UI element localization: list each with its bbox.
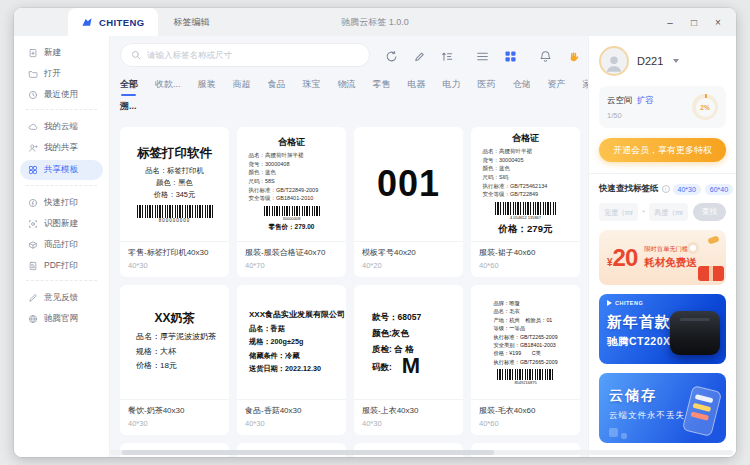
- template-card[interactable]: 品牌：唯璇 品名：毛衣 产地：杭州 检验员：01 等级：一等品 执行标准：GB/…: [471, 285, 580, 435]
- titlebar: 驰腾云标签 1.0.0 CHITENG 标签编辑 – □ ×: [14, 8, 736, 36]
- avatar: [599, 46, 629, 76]
- tab-jewelry[interactable]: 珠宝: [303, 78, 321, 96]
- template-card[interactable]: 款号：68057 颜色:灰色 质检: 合 格 码数: M 服装-上衣40x30 …: [354, 285, 463, 435]
- label-preview: XXX食品实业发展有限公司 品名：香菇 规格：200g±25g 储藏条件：冷藏 …: [237, 285, 346, 399]
- maximize-button[interactable]: □: [682, 12, 706, 32]
- label-line: 价格：¥199 C类: [493, 349, 557, 357]
- barcode: [264, 206, 320, 216]
- template-card[interactable]: 001 模板零号40x20 40*20: [354, 127, 463, 277]
- sidebar-item-my-cloud[interactable]: 我的云端: [20, 118, 103, 136]
- sidebar-item-open[interactable]: 打开: [20, 65, 103, 83]
- tab-clothing[interactable]: 服装: [198, 78, 216, 96]
- list-view-button[interactable]: [476, 49, 489, 62]
- sidebar-item-new[interactable]: 新建: [20, 44, 103, 62]
- sidebar-item-shared-templates[interactable]: 共享模板: [20, 160, 103, 180]
- printer-banner[interactable]: CHITENG 新年首款 驰腾CT220X: [599, 294, 726, 364]
- sidebar-label: 快速打印: [44, 197, 78, 209]
- app-window: 驰腾云标签 1.0.0 CHITENG 标签编辑 – □ × 新建 打开 最近使…: [14, 8, 736, 457]
- tab-all[interactable]: 全部: [120, 78, 138, 96]
- sidebar-label: PDF打印: [44, 260, 78, 272]
- height-input[interactable]: [649, 203, 688, 221]
- size-chip-40x30[interactable]: 40*30: [673, 184, 701, 195]
- label-preview: 标签打印软件 品名：标签打印机 颜色：黑色 价格：345元 800000000: [120, 127, 229, 241]
- sidebar-item-goods-print[interactable]: 商品打印: [20, 236, 103, 254]
- label-line: 品牌：唯璇: [493, 299, 557, 307]
- label-line: 储藏条件：冷藏: [249, 349, 345, 362]
- sort-icon: [441, 50, 454, 63]
- bell-icon: [539, 50, 552, 63]
- list-view-icon: [476, 50, 489, 63]
- label-title: XXX食品实业发展有限公司: [249, 309, 345, 320]
- open-membership-button[interactable]: 开通会员，享有更多特权: [599, 138, 726, 162]
- size-chip-60x40[interactable]: 60*40: [705, 184, 733, 195]
- cloud-space-box: 云空间 扩容 1/50 2%: [599, 86, 726, 128]
- tab-medicine[interactable]: 医药: [478, 78, 496, 96]
- tab-logistics[interactable]: 物流: [338, 78, 356, 96]
- cloud-storage-banner[interactable]: 云储存 云端文件永不丢失: [599, 373, 726, 443]
- toolbar: [120, 42, 580, 68]
- scrollbar-thumb[interactable]: [122, 450, 494, 455]
- width-input[interactable]: [599, 203, 638, 221]
- sidebar-item-my-share[interactable]: 我的共享: [20, 139, 103, 157]
- category-tabs: 全部 收款... 服装 商超 食品 珠宝 物流 零售 电器 电力 医药 仓储 资…: [120, 78, 580, 96]
- tab-retail[interactable]: 零售: [373, 78, 391, 96]
- tab-warehouse[interactable]: 仓储: [513, 78, 531, 96]
- rewards-button[interactable]: [567, 49, 580, 62]
- person-icon: [603, 52, 625, 74]
- sidebar-item-recent[interactable]: 最近使用: [20, 86, 103, 104]
- horizontal-scrollbar[interactable]: [110, 450, 733, 455]
- grid-view-button[interactable]: [504, 49, 517, 62]
- coupon-banner[interactable]: ¥20 限时首单无门槛 耗材免费送: [599, 230, 726, 285]
- tab-food[interactable]: 食品: [268, 78, 286, 96]
- tab-label-editor[interactable]: 标签编辑: [174, 16, 210, 29]
- tab-supermarket[interactable]: 商超: [233, 78, 251, 96]
- user-account[interactable]: D221: [599, 46, 726, 76]
- tab-appliance[interactable]: 电器: [408, 78, 426, 96]
- label-line: 货号：30000408: [249, 160, 335, 169]
- app-logo: CHITENG: [68, 8, 158, 36]
- sort-button[interactable]: [441, 49, 454, 62]
- label-line: 尺码：S码: [483, 173, 569, 182]
- sidebar-divider: [26, 280, 97, 281]
- sidebar-item-pdf-print[interactable]: PDF打印: [20, 257, 103, 275]
- close-button[interactable]: ×: [706, 12, 730, 32]
- notification-button[interactable]: [539, 49, 552, 62]
- label-line: 执行标准：GB/T22849-2009: [249, 186, 335, 195]
- label-line: 颜色：蓝色: [249, 168, 335, 177]
- sidebar-label: 我的共享: [44, 142, 78, 154]
- tab-assets[interactable]: 资产: [548, 78, 566, 96]
- label-paper-finder: 快速查找标签纸 40*30 60*40 * 查找: [599, 183, 726, 221]
- chevron-down-icon: [673, 59, 679, 63]
- barcode-number: 800000000: [159, 218, 191, 223]
- label-line: 执行标准：GB/T2665-2009: [493, 358, 557, 366]
- minimize-button[interactable]: –: [658, 12, 682, 32]
- expand-link[interactable]: 扩容: [637, 95, 654, 107]
- card-size: 40*30: [245, 419, 338, 428]
- template-card[interactable]: 合格证 品名：高腰荷叶摆半裙 货号：30000408 颜色：蓝色 尺码：58S …: [237, 127, 346, 277]
- right-panel: D221 云空间 扩容 1/50 2% 开通会员，享有更多特权: [588, 36, 736, 457]
- tab-power[interactable]: 电力: [443, 78, 461, 96]
- sidebar-item-quick-print[interactable]: 快速打印: [20, 194, 103, 212]
- search-box[interactable]: [120, 43, 370, 67]
- tab-row2-partial[interactable]: 溯...: [120, 100, 580, 113]
- find-button[interactable]: 查找: [693, 203, 726, 221]
- card-caption: 服装-毛衣40x60: [479, 405, 572, 416]
- barcode: [497, 369, 555, 380]
- refresh-button[interactable]: [385, 49, 398, 62]
- sidebar-item-feedback[interactable]: 意见反馈: [20, 289, 103, 307]
- edit-button[interactable]: [413, 49, 426, 62]
- label-roll-graphic: [687, 242, 699, 254]
- template-card[interactable]: 合格证 品名：高腰荷叶半裙 货号：30000405 颜色：蓝色 尺码：S码 执行…: [471, 127, 580, 277]
- template-card[interactable]: 标签打印软件 品名：标签打印机 颜色：黑色 价格：345元 800000000 …: [120, 127, 229, 277]
- info-icon: [662, 185, 670, 193]
- search-input[interactable]: [147, 50, 359, 60]
- label-preview: 品牌：唯璇 品名：毛衣 产地：杭州 检验员：01 等级：一等品 执行标准：GB/…: [471, 285, 580, 399]
- tab-shoukuan[interactable]: 收款...: [155, 78, 181, 96]
- template-card[interactable]: XXX食品实业发展有限公司 品名：香菇 规格：200g±25g 储藏条件：冷藏 …: [237, 285, 346, 435]
- sidebar-item-image-new[interactable]: 识图新建: [20, 215, 103, 233]
- sidebar-label: 商品打印: [44, 239, 78, 251]
- label-line: 颜色：黑色: [156, 177, 192, 189]
- card-size: 40*30: [128, 419, 221, 428]
- template-card[interactable]: XX奶茶 品名：厚芋泥波波奶茶 规格：大杯 价格：18元 餐饮-奶茶40x30 …: [120, 285, 229, 435]
- sidebar-item-website[interactable]: 驰腾官网: [20, 310, 103, 328]
